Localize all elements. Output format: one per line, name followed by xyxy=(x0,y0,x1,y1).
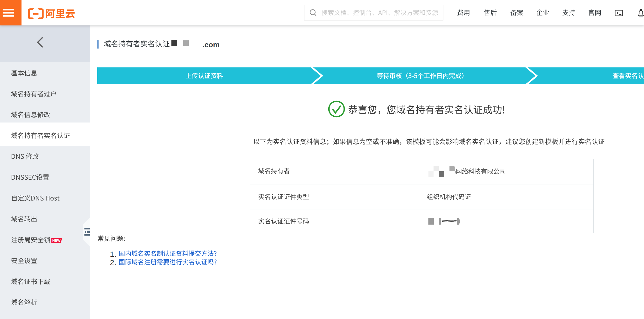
svg-text:NEW: NEW xyxy=(52,238,61,242)
svg-text:1.: 1. xyxy=(110,250,116,258)
svg-text:.com: .com xyxy=(202,41,219,49)
svg-text:2.: 2. xyxy=(110,258,116,267)
